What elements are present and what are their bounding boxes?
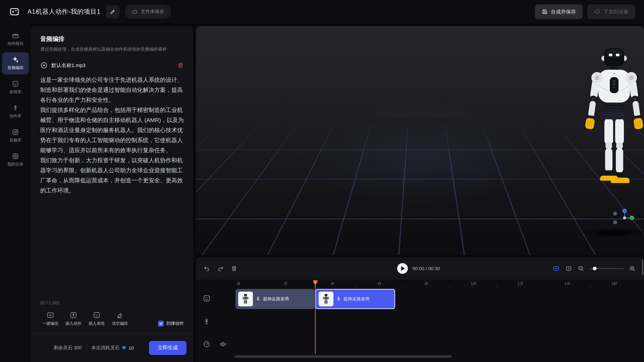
- footer-divider: [86, 345, 87, 350]
- insert-action-button[interactable]: 插入动作: [66, 311, 82, 327]
- keyframe-view-button[interactable]: [565, 265, 572, 272]
- redo-icon: [217, 265, 224, 272]
- sidebar-item-label: 我的任务: [8, 162, 24, 167]
- ruler-tick-label: 12f: [518, 281, 523, 286]
- panel-title: 音频编排: [40, 35, 184, 43]
- project-title: A1机器人动作-我的项目1: [28, 7, 100, 16]
- ruler-tick-label: 14f: [564, 281, 570, 286]
- panel-subtitle: 通过音频处理，生成音频素材以及融合动作和表情的音频编排素材: [40, 46, 184, 52]
- delete-clip-button[interactable]: [231, 265, 238, 272]
- keyframe-icon: [565, 265, 572, 272]
- walking-pose-icon: [336, 297, 341, 301]
- sidebar-item-expression-library[interactable]: 表情库: [2, 76, 29, 98]
- tool-label: 清空编排: [112, 321, 128, 327]
- sidebar-item-label: 动作库: [10, 113, 22, 119]
- rhythm-motion-checkbox[interactable]: 韵律动作: [158, 321, 184, 327]
- action-track: 超帅走路姿势: [196, 289, 644, 309]
- ruler-tick-label: 4f: [331, 281, 334, 286]
- play-icon: [401, 266, 405, 271]
- sidebar-item-action-library[interactable]: 动作库: [2, 100, 29, 123]
- checkbox-checked-icon: [158, 321, 164, 326]
- viewport-3d[interactable]: X Z: [196, 26, 644, 255]
- redo-button[interactable]: [217, 265, 224, 272]
- clip-thumbnail: [238, 292, 253, 306]
- timeline-clip-selected[interactable]: 超帅走路姿势: [315, 289, 395, 309]
- clapperboard-icon: [12, 32, 19, 39]
- tool-label: 一键编排: [42, 321, 58, 327]
- play-button[interactable]: [397, 263, 408, 274]
- gem-icon: [122, 345, 126, 350]
- speed-control-icon[interactable]: [202, 340, 211, 348]
- audio-item: 默认名称1.mp3: [40, 62, 184, 69]
- task-clock-icon: [12, 152, 19, 160]
- undo-button[interactable]: [203, 265, 210, 272]
- playback-time: 00:00 / 00:30: [412, 266, 440, 271]
- insert-action-icon: [70, 311, 77, 319]
- char-counter: 52 / 1,000: [40, 300, 184, 305]
- sidebar-item-label: 动作模仿: [8, 41, 24, 46]
- unsaved-label: 文件未保存: [141, 9, 164, 15]
- unsaved-status: 文件未保存: [124, 5, 171, 19]
- vertical-scrollbar[interactable]: [642, 259, 643, 275]
- ruler-ticks[interactable]: [238, 286, 621, 288]
- svg-text:Z: Z: [624, 210, 626, 212]
- sparkles-icon: [12, 56, 19, 63]
- horizontal-scrollbar[interactable]: [234, 355, 452, 358]
- zoom-in-button[interactable]: [629, 265, 636, 272]
- pencil-icon: [110, 9, 116, 15]
- app-root: A1机器人动作-我的项目1 文件未保存 合成并保存 下发到设备: [0, 0, 644, 362]
- ruler-tick-label: 10f: [470, 281, 476, 286]
- zoom-out-icon: [578, 265, 585, 272]
- compose-save-label: 合成并保存: [551, 8, 576, 15]
- rename-button[interactable]: [106, 5, 119, 18]
- cost-group: 本次消耗灵石 10: [92, 345, 134, 351]
- topbar: A1机器人动作-我的项目1 文件未保存 合成并保存 下发到设备: [0, 0, 644, 23]
- undo-icon: [203, 265, 210, 272]
- tool-label: 插入表情: [88, 321, 105, 327]
- insert-expression-icon: [93, 311, 100, 319]
- audio-filename: 默认名称1.mp3: [51, 62, 174, 68]
- sidebar-item-my-tasks[interactable]: 我的任务: [2, 149, 29, 171]
- zoom-out-button[interactable]: [578, 265, 585, 272]
- ruler-tick-label: 8f: [425, 281, 428, 286]
- sidebar-item-label: 表情库: [10, 89, 22, 95]
- sidebar-item-motion-imitation[interactable]: 动作模仿: [2, 28, 29, 50]
- figure-icon: [12, 104, 19, 112]
- add-to-timeline-button[interactable]: [552, 265, 560, 272]
- deploy-button[interactable]: 下发到设备: [587, 4, 635, 19]
- slider-knob[interactable]: [593, 267, 596, 270]
- generate-button[interactable]: 立即生成: [149, 341, 186, 355]
- one-click-arrange-button[interactable]: AI 一键编排: [42, 311, 58, 327]
- transcript-editor[interactable]: 这是一家全球领先的公司专注于先进机器人系统的设计、制造和部署我们的使命是通过智能…: [40, 75, 184, 299]
- viewport-gizmo[interactable]: X Z: [610, 207, 635, 228]
- timeline-view-controls: [552, 257, 636, 280]
- add-clip-icon: [552, 265, 560, 272]
- playhead-handle[interactable]: [313, 280, 317, 285]
- app-logo-icon: [9, 6, 20, 17]
- deploy-label: 下发到设备: [604, 8, 628, 15]
- playhead[interactable]: [315, 281, 316, 354]
- delete-audio-button[interactable]: [177, 62, 184, 69]
- sidebar-item-label: 音频库: [10, 137, 22, 143]
- sidebar-item-audio-arrange[interactable]: 音频编排: [2, 52, 29, 74]
- timeline-zoom-slider[interactable]: [590, 268, 624, 269]
- tool-label: 插入动作: [66, 321, 82, 327]
- audio-mute-icon[interactable]: [219, 340, 227, 348]
- stage: X Z: [196, 23, 644, 362]
- action-track-icon[interactable]: [202, 318, 211, 326]
- music-square-icon: [12, 128, 19, 136]
- panel-header: 音频编排 通过音频处理，生成音频素材以及融合动作和表情的音频编排素材: [31, 26, 193, 54]
- trash-icon: [177, 62, 184, 69]
- ruler-tick-label: 6f: [378, 281, 381, 286]
- smiley-square-icon: [12, 80, 19, 87]
- clear-arrange-button[interactable]: 清空编排: [112, 311, 128, 327]
- audio-play-button[interactable]: [40, 62, 48, 69]
- panel-toolbar: AI 一键编排 插入动作 插入表情 清空编排: [42, 311, 184, 327]
- insert-expression-button[interactable]: 插入表情: [88, 311, 105, 327]
- play-circle-icon: [40, 62, 48, 69]
- sidebar-item-audio-library[interactable]: 音频库: [2, 125, 29, 147]
- ruler-tick-label: 0f: [237, 281, 240, 286]
- compose-save-button[interactable]: 合成并保存: [535, 4, 582, 19]
- timeline-clip[interactable]: 超帅走路姿势: [236, 289, 314, 309]
- panel-footer: 剩余灵石 300 本次消耗灵石 10 立即生成: [31, 333, 193, 362]
